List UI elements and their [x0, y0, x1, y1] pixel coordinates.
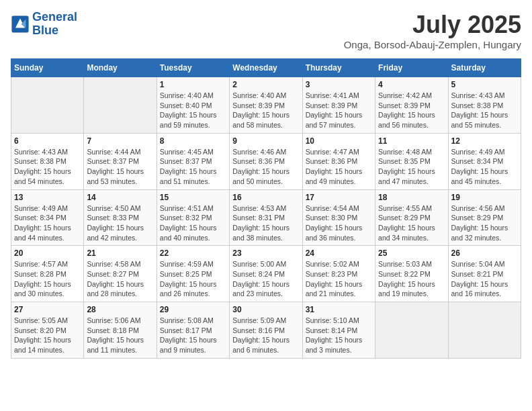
calendar-cell: 22Sunrise: 4:59 AMSunset: 8:25 PMDayligh…: [157, 246, 229, 302]
day-number: 25: [378, 248, 445, 258]
calendar-cell: 13Sunrise: 4:49 AMSunset: 8:34 PMDayligh…: [11, 189, 84, 246]
day-info: Sunrise: 4:43 AMSunset: 8:38 PMDaylight:…: [451, 91, 518, 130]
day-info: Sunrise: 4:55 AMSunset: 8:29 PMDaylight:…: [378, 203, 445, 243]
calendar-cell: 25Sunrise: 5:03 AMSunset: 8:22 PMDayligh…: [375, 246, 448, 302]
day-number: 11: [378, 136, 445, 146]
calendar-week-row: 20Sunrise: 4:57 AMSunset: 8:28 PMDayligh…: [11, 246, 521, 302]
calendar-cell: 17Sunrise: 4:54 AMSunset: 8:30 PMDayligh…: [302, 189, 375, 246]
day-number: 6: [14, 136, 81, 146]
calendar-cell: 4Sunrise: 4:42 AMSunset: 8:39 PMDaylight…: [375, 77, 448, 134]
day-info: Sunrise: 4:41 AMSunset: 8:39 PMDaylight:…: [306, 91, 372, 130]
day-info: Sunrise: 4:58 AMSunset: 8:27 PMDaylight:…: [87, 259, 153, 299]
calendar-week-row: 6Sunrise: 4:43 AMSunset: 8:38 PMDaylight…: [11, 133, 521, 189]
day-info: Sunrise: 5:05 AMSunset: 8:20 PMDaylight:…: [14, 316, 81, 355]
day-number: 28: [87, 305, 153, 314]
day-number: 8: [160, 136, 226, 146]
calendar-header-row: SundayMondayTuesdayWednesdayThursdayFrid…: [11, 59, 521, 77]
day-number: 5: [451, 80, 518, 89]
day-info: Sunrise: 4:43 AMSunset: 8:38 PMDaylight:…: [14, 147, 81, 187]
calendar-cell: 28Sunrise: 5:06 AMSunset: 8:18 PMDayligh…: [84, 302, 157, 359]
header-wednesday: Wednesday: [230, 59, 302, 77]
day-number: 7: [87, 136, 153, 146]
day-info: Sunrise: 4:49 AMSunset: 8:34 PMDaylight:…: [14, 203, 81, 243]
day-info: Sunrise: 4:59 AMSunset: 8:25 PMDaylight:…: [160, 259, 226, 299]
day-number: 9: [232, 136, 299, 146]
calendar-cell: [11, 77, 84, 134]
day-number: 3: [306, 80, 372, 89]
day-info: Sunrise: 4:51 AMSunset: 8:32 PMDaylight:…: [160, 203, 226, 243]
calendar-cell: 26Sunrise: 5:04 AMSunset: 8:21 PMDayligh…: [448, 246, 521, 302]
day-info: Sunrise: 4:50 AMSunset: 8:33 PMDaylight:…: [87, 203, 153, 243]
day-info: Sunrise: 4:56 AMSunset: 8:29 PMDaylight:…: [451, 203, 518, 243]
calendar-week-row: 1Sunrise: 4:40 AMSunset: 8:40 PMDaylight…: [11, 77, 521, 134]
calendar-cell: 21Sunrise: 4:58 AMSunset: 8:27 PMDayligh…: [84, 246, 157, 302]
day-number: 30: [232, 305, 299, 314]
day-number: 23: [232, 248, 299, 258]
day-number: 24: [306, 248, 372, 258]
page-header: General Blue July 2025 Onga, Borsod-Abau…: [11, 11, 521, 50]
day-info: Sunrise: 4:54 AMSunset: 8:30 PMDaylight:…: [306, 203, 372, 243]
calendar-week-row: 27Sunrise: 5:05 AMSunset: 8:20 PMDayligh…: [11, 302, 521, 359]
calendar-cell: 1Sunrise: 4:40 AMSunset: 8:40 PMDaylight…: [157, 77, 229, 134]
day-number: 26: [451, 248, 518, 258]
day-number: 19: [451, 193, 518, 202]
header-saturday: Saturday: [448, 59, 521, 77]
calendar-cell: 31Sunrise: 5:10 AMSunset: 8:14 PMDayligh…: [302, 302, 375, 359]
calendar-cell: 9Sunrise: 4:46 AMSunset: 8:36 PMDaylight…: [230, 133, 302, 189]
calendar-cell: 29Sunrise: 5:08 AMSunset: 8:17 PMDayligh…: [157, 302, 229, 359]
day-info: Sunrise: 4:42 AMSunset: 8:39 PMDaylight:…: [378, 91, 445, 130]
day-number: 13: [14, 193, 81, 202]
day-info: Sunrise: 4:49 AMSunset: 8:34 PMDaylight:…: [451, 147, 518, 187]
day-number: 17: [306, 193, 372, 202]
day-number: 12: [451, 136, 518, 146]
page-title: July 2025: [344, 11, 521, 39]
calendar-week-row: 13Sunrise: 4:49 AMSunset: 8:34 PMDayligh…: [11, 189, 521, 246]
calendar-cell: 20Sunrise: 4:57 AMSunset: 8:28 PMDayligh…: [11, 246, 84, 302]
header-friday: Friday: [375, 59, 448, 77]
header-tuesday: Tuesday: [157, 59, 229, 77]
calendar-cell: 24Sunrise: 5:02 AMSunset: 8:23 PMDayligh…: [302, 246, 375, 302]
calendar-cell: 15Sunrise: 4:51 AMSunset: 8:32 PMDayligh…: [157, 189, 229, 246]
day-number: 20: [14, 248, 81, 258]
day-info: Sunrise: 4:57 AMSunset: 8:28 PMDaylight:…: [14, 259, 81, 299]
day-number: 2: [232, 80, 299, 89]
calendar-cell: [84, 77, 157, 134]
day-info: Sunrise: 5:02 AMSunset: 8:23 PMDaylight:…: [306, 259, 372, 299]
header-thursday: Thursday: [302, 59, 375, 77]
day-number: 22: [160, 248, 226, 258]
calendar-cell: [448, 302, 521, 359]
calendar-cell: [375, 302, 448, 359]
calendar-cell: 10Sunrise: 4:47 AMSunset: 8:36 PMDayligh…: [302, 133, 375, 189]
calendar-cell: 12Sunrise: 4:49 AMSunset: 8:34 PMDayligh…: [448, 133, 521, 189]
calendar-cell: 23Sunrise: 5:00 AMSunset: 8:24 PMDayligh…: [230, 246, 302, 302]
calendar-cell: 11Sunrise: 4:48 AMSunset: 8:35 PMDayligh…: [375, 133, 448, 189]
calendar-cell: 19Sunrise: 4:56 AMSunset: 8:29 PMDayligh…: [448, 189, 521, 246]
day-info: Sunrise: 5:08 AMSunset: 8:17 PMDaylight:…: [160, 316, 226, 355]
calendar-cell: 27Sunrise: 5:05 AMSunset: 8:20 PMDayligh…: [11, 302, 84, 359]
day-info: Sunrise: 5:10 AMSunset: 8:14 PMDaylight:…: [306, 316, 372, 355]
day-number: 27: [14, 305, 81, 314]
header-sunday: Sunday: [11, 59, 84, 77]
title-area: July 2025 Onga, Borsod-Abauj-Zemplen, Hu…: [344, 11, 521, 50]
logo: General Blue: [11, 11, 77, 38]
calendar-cell: 3Sunrise: 4:41 AMSunset: 8:39 PMDaylight…: [302, 77, 375, 134]
page-subtitle: Onga, Borsod-Abauj-Zemplen, Hungary: [344, 39, 521, 50]
day-info: Sunrise: 4:40 AMSunset: 8:40 PMDaylight:…: [160, 91, 226, 130]
day-number: 31: [306, 305, 372, 314]
day-number: 15: [160, 193, 226, 202]
day-info: Sunrise: 5:00 AMSunset: 8:24 PMDaylight:…: [232, 259, 299, 299]
logo-text: General Blue: [32, 11, 77, 38]
day-number: 29: [160, 305, 226, 314]
calendar-cell: 30Sunrise: 5:09 AMSunset: 8:16 PMDayligh…: [230, 302, 302, 359]
day-number: 4: [378, 80, 445, 89]
day-number: 10: [306, 136, 372, 146]
calendar-cell: 14Sunrise: 4:50 AMSunset: 8:33 PMDayligh…: [84, 189, 157, 246]
day-info: Sunrise: 4:53 AMSunset: 8:31 PMDaylight:…: [232, 203, 299, 243]
day-number: 18: [378, 193, 445, 202]
calendar-cell: 8Sunrise: 4:45 AMSunset: 8:37 PMDaylight…: [157, 133, 229, 189]
day-info: Sunrise: 4:47 AMSunset: 8:36 PMDaylight:…: [306, 147, 372, 187]
calendar-cell: 7Sunrise: 4:44 AMSunset: 8:37 PMDaylight…: [84, 133, 157, 189]
calendar-cell: 6Sunrise: 4:43 AMSunset: 8:38 PMDaylight…: [11, 133, 84, 189]
day-info: Sunrise: 5:04 AMSunset: 8:21 PMDaylight:…: [451, 259, 518, 299]
day-info: Sunrise: 4:44 AMSunset: 8:37 PMDaylight:…: [87, 147, 153, 187]
